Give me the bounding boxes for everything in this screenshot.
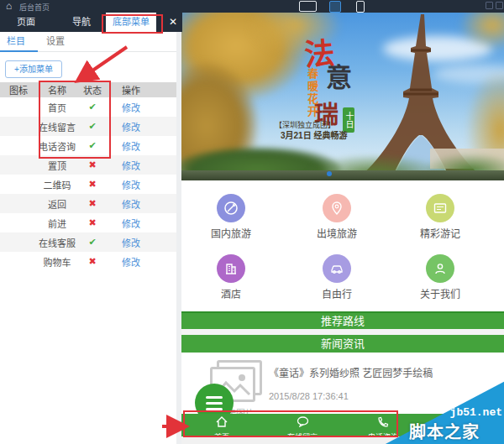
row-name: 二维码 [37, 178, 77, 191]
admin-home-label: 后台首页 [19, 2, 50, 13]
modify-link[interactable]: 修改 [108, 217, 155, 230]
nav-item-domestic-travel[interactable]: 国内旅游 [185, 194, 277, 240]
header-icon: 图标 [0, 83, 37, 97]
nav-item-hotel[interactable]: 酒店 [185, 254, 277, 300]
carousel-indicator-dot [327, 171, 332, 176]
bottom-item-home[interactable]: 首页 [181, 414, 262, 436]
status-mark: ✔ [77, 237, 108, 248]
hotel-icon [217, 254, 245, 283]
table-row-top: 置顶 ✖ 修改 [0, 155, 176, 175]
close-icon[interactable]: ✕ [165, 13, 181, 32]
nav-item-label: 自由行 [291, 286, 383, 300]
journal-icon [426, 194, 454, 222]
news-date: 2015/8/28 17:36:41 [269, 391, 349, 401]
tab-navigation[interactable]: 导航 [72, 13, 91, 32]
banner-title-char2: 意 [326, 56, 352, 94]
phone-icon [377, 416, 389, 427]
status-mark: ✔ [77, 102, 108, 112]
modify-link[interactable]: 修改 [108, 255, 155, 269]
nav-item-label: 关于我们 [394, 286, 486, 300]
news-list-item[interactable]: 暂无图片 《童话》系列婚纱照 艺匠园梦手绘稿 2015/8/28 17:36:4… [181, 353, 504, 414]
section-bar-news: 新闻资讯 [181, 335, 504, 353]
modify-link[interactable]: 修改 [108, 236, 155, 249]
row-name: 在线客服 [37, 236, 77, 249]
banner-subtitle-vertical: 春暖花开 [304, 68, 320, 118]
table-row-phone: 电话咨询 ✔ 修改 [0, 136, 176, 155]
modify-link[interactable]: 修改 [108, 120, 155, 133]
active-subtab-underline [0, 50, 38, 52]
nav-item-travel-notes[interactable]: 精彩游记 [394, 194, 486, 240]
modify-link[interactable]: 修改 [108, 159, 155, 172]
panel-divider [176, 32, 181, 444]
table-row-message: 在线留言 ✔ 修改 [0, 117, 176, 136]
table-row-service: 在线客服 ✔ 修改 [0, 232, 176, 252]
menu-table-body: 首页 ✔ 修改 在线留言 ✔ 修改 电话咨询 ✔ 修改 置顶 ✖ 修改 二维码 … [0, 97, 176, 271]
row-name: 返回 [37, 197, 77, 211]
row-name: 电话咨询 [37, 139, 77, 153]
header-status: 状态 [77, 83, 108, 97]
banner-carousel-image: 法 意 瑞 春暖花开 十日 【深圳独立成团】 3月21日 经典畅游 [181, 13, 504, 180]
tablet-view-toggle[interactable] [329, 1, 341, 13]
watermark-site-name: 脚本之家 [409, 419, 480, 443]
nav-item-about-us[interactable]: 关于我们 [394, 254, 486, 300]
modify-link[interactable]: 修改 [108, 101, 155, 114]
desktop-view-toggle[interactable] [299, 1, 317, 12]
home-icon: ⌂ [6, 0, 12, 12]
news-thumbnail-placeholder: 暂无图片 [202, 360, 269, 404]
modify-link[interactable]: 修改 [108, 197, 155, 211]
status-mark: ✖ [77, 256, 108, 267]
tab-bottom-menu[interactable]: 底部菜单 [106, 13, 156, 32]
mobile-view-toggle[interactable] [356, 1, 365, 13]
nav-item-label: 酒店 [185, 286, 277, 300]
watermark-url: jb51.net [449, 406, 502, 419]
row-name: 前进 [37, 217, 77, 230]
table-row-qrcode: 二维码 ✖ 修改 [0, 175, 176, 194]
table-row-home: 首页 ✔ 修改 [0, 97, 176, 117]
topbar-right-icon[interactable] [486, 2, 493, 9]
message-icon [297, 416, 309, 427]
section-bar-recommended-routes: 推荐路线 [181, 311, 504, 329]
nav-item-label: 出境旅游 [291, 226, 383, 240]
subtab-settings[interactable]: 设置 [46, 32, 65, 50]
status-mark: ✖ [77, 198, 108, 209]
bottom-item-message[interactable]: 在线留言 [262, 414, 343, 436]
status-mark: ✖ [77, 179, 108, 190]
panel-tabbar: 页面 导航 底部菜单 ✕ [0, 13, 182, 32]
topbar-right-icon[interactable] [496, 2, 503, 9]
nav-item-outbound-travel[interactable]: 出境旅游 [291, 194, 383, 240]
status-mark: ✖ [77, 159, 108, 170]
row-name: 在线留言 [37, 120, 77, 133]
admin-topbar: ⌂ 后台首页 [0, 0, 504, 13]
subtab-columns[interactable]: 栏目 [7, 32, 25, 50]
header-name: 名称 [37, 83, 77, 97]
menu-table-header: 图标 名称 状态 操作 [0, 82, 176, 97]
nav-item-label: 精彩游记 [394, 226, 486, 240]
row-name: 置顶 [37, 159, 77, 172]
status-mark: ✖ [77, 217, 108, 228]
table-row-cart: 购物车 ✖ 修改 [0, 252, 176, 271]
modify-link[interactable]: 修改 [108, 139, 155, 153]
modify-link[interactable]: 修改 [108, 178, 155, 191]
compass-icon [217, 194, 245, 222]
nav-grid: 国内旅游 出境旅游 精彩游记 酒店 [181, 180, 504, 311]
row-name: 首页 [37, 101, 77, 114]
nav-item-label: 国内旅游 [185, 226, 277, 240]
status-mark: ✔ [77, 121, 108, 132]
panel-subtabs: 栏目 设置 [0, 32, 176, 52]
news-title[interactable]: 《童话》系列婚纱照 艺匠园梦手绘稿 [269, 365, 433, 379]
water-strip [181, 170, 504, 180]
header-action: 操作 [108, 83, 155, 97]
home-icon [216, 416, 228, 427]
banner-tagline2: 3月21日 经典畅游 [281, 128, 347, 141]
car-icon [323, 254, 351, 283]
pin-icon [323, 194, 351, 222]
nav-item-free-travel[interactable]: 自由行 [291, 254, 383, 300]
table-row-back: 返回 ✖ 修改 [0, 194, 176, 213]
person-icon [426, 254, 454, 283]
add-menu-button[interactable]: +添加菜单 [5, 60, 62, 78]
tab-page[interactable]: 页面 [17, 13, 35, 32]
app-window: 法 意 瑞 春暖花开 十日 【深圳独立成团】 3月21日 经典畅游 国内旅游 出… [0, 0, 504, 444]
status-mark: ✔ [77, 140, 108, 151]
row-name: 购物车 [37, 255, 77, 269]
table-row-forward: 前进 ✖ 修改 [0, 213, 176, 232]
